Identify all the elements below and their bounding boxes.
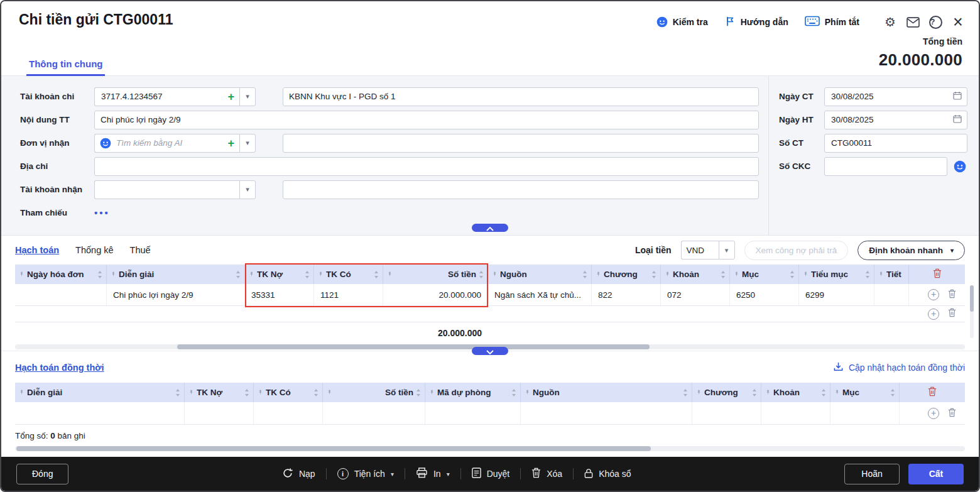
cell-amount[interactable] xyxy=(323,402,425,424)
guide-button[interactable]: Hướng dẫn xyxy=(724,16,788,29)
lock-button[interactable]: Khóa sổ xyxy=(584,468,631,480)
col-source[interactable]: Nguồn xyxy=(521,383,692,402)
calendar-icon[interactable] xyxy=(953,114,962,126)
feedback-mail-icon[interactable] xyxy=(905,14,921,30)
cell-detail[interactable] xyxy=(874,284,909,305)
cell-item[interactable] xyxy=(761,402,830,424)
horizontal-scrollbar[interactable] xyxy=(15,446,965,451)
pin-icon[interactable] xyxy=(429,389,435,396)
view-debt-button[interactable]: Xem công nợ phải trả xyxy=(744,241,849,260)
sort-icon[interactable] xyxy=(752,389,757,396)
settings-gear-icon[interactable]: ⚙ xyxy=(882,14,898,30)
delete-row-icon[interactable] xyxy=(948,408,956,419)
pin-icon[interactable] xyxy=(111,271,116,278)
table-row-empty[interactable]: + xyxy=(15,402,965,425)
add-row-icon[interactable]: + xyxy=(928,289,939,300)
table-row-new[interactable]: + xyxy=(15,306,965,322)
delete-row-icon[interactable] xyxy=(948,289,956,300)
sort-icon[interactable] xyxy=(479,271,484,278)
cell-amount[interactable]: 20.000.000 xyxy=(383,284,488,305)
col-invoice-date[interactable]: Ngày hóa đơn xyxy=(15,265,107,284)
sort-icon[interactable] xyxy=(721,271,726,278)
col-description[interactable]: Diễn giải xyxy=(107,265,245,284)
col-credit-account[interactable]: TK Có xyxy=(314,265,383,284)
receiver-unit-name-input[interactable] xyxy=(283,134,759,153)
receiver-unit-input[interactable] xyxy=(115,134,224,152)
voucher-number-input[interactable] xyxy=(830,134,962,152)
simultaneous-title-link[interactable]: Hạch toán đồng thời xyxy=(15,363,104,373)
col-item[interactable]: Khoản xyxy=(661,265,730,284)
update-simultaneous-link[interactable]: Cập nhật hạch toán đồng thời xyxy=(834,362,965,373)
help-icon[interactable]: ? xyxy=(927,14,944,30)
cell-source[interactable]: Ngân sách Xã tự chủ... xyxy=(488,284,592,305)
sort-icon[interactable] xyxy=(582,271,587,278)
pin-icon[interactable] xyxy=(803,271,808,278)
account-pay-input[interactable] xyxy=(100,88,224,106)
tab-hach-toan[interactable]: Hạch toán xyxy=(15,245,59,255)
delete-column-icon[interactable] xyxy=(928,386,937,398)
cell-item[interactable]: 072 xyxy=(661,284,730,305)
pin-icon[interactable] xyxy=(188,389,194,396)
pin-icon[interactable] xyxy=(327,389,332,396)
sort-icon[interactable] xyxy=(236,271,241,278)
pin-icon[interactable] xyxy=(249,271,254,278)
sort-icon[interactable] xyxy=(313,389,318,396)
ckc-number-input[interactable] xyxy=(830,158,942,175)
pin-icon[interactable] xyxy=(19,389,24,396)
cell-debit-account[interactable] xyxy=(185,402,254,424)
address-input[interactable] xyxy=(94,157,759,176)
pin-icon[interactable] xyxy=(696,389,702,396)
cell-credit-account[interactable]: 1121 xyxy=(314,284,383,305)
sort-icon[interactable] xyxy=(416,389,421,396)
cell-credit-account[interactable] xyxy=(254,402,323,424)
col-chapter[interactable]: Chương xyxy=(692,383,761,402)
delete-column-icon[interactable] xyxy=(933,268,942,280)
col-chapter[interactable]: Chương xyxy=(592,265,661,284)
table-row[interactable]: Chi phúc lợi ngày 2/9 35331 1121 20.000.… xyxy=(15,284,965,306)
cell-sub-section[interactable]: 6299 xyxy=(799,284,874,305)
pin-icon[interactable] xyxy=(258,389,263,396)
scrollbar-thumb[interactable] xyxy=(177,344,650,349)
cell-source[interactable] xyxy=(521,402,692,424)
pin-icon[interactable] xyxy=(318,271,324,278)
reload-button[interactable]: Nạp xyxy=(282,467,315,481)
scrollbar-thumb[interactable] xyxy=(970,285,974,312)
account-pay-dropdown-icon[interactable]: ▾ xyxy=(239,87,256,106)
vertical-scrollbar[interactable] xyxy=(970,285,974,338)
scrollbar-thumb[interactable] xyxy=(16,446,651,451)
col-sub-section[interactable]: Tiểu mục xyxy=(799,265,874,284)
cell-chapter[interactable] xyxy=(692,402,761,424)
shortcut-button[interactable]: Phím tắt xyxy=(805,16,859,28)
quick-entry-button[interactable]: Định khoản nhanh ▾ xyxy=(858,241,965,260)
receiver-account-dropdown-icon[interactable]: ▾ xyxy=(239,180,256,199)
currency-select[interactable]: VND ▾ xyxy=(681,241,735,260)
calendar-icon[interactable] xyxy=(953,91,962,102)
col-detail[interactable]: Tiết xyxy=(874,265,909,284)
cell-section[interactable]: 6250 xyxy=(730,284,799,305)
pin-icon[interactable] xyxy=(765,389,771,396)
collapse-form-button[interactable] xyxy=(472,224,508,232)
cell-description[interactable] xyxy=(15,402,185,424)
sort-icon[interactable] xyxy=(511,389,516,396)
cell-debit-account[interactable]: 35331 xyxy=(245,284,314,305)
pin-icon[interactable] xyxy=(834,389,840,396)
pin-icon[interactable] xyxy=(734,271,739,278)
posting-date-input[interactable] xyxy=(830,111,949,129)
check-button[interactable]: Kiểm tra xyxy=(656,16,708,28)
col-amount[interactable]: Số tiền xyxy=(383,265,488,284)
receiver-unit-dropdown-icon[interactable]: ▾ xyxy=(239,134,256,153)
col-section[interactable]: Mục xyxy=(730,265,799,284)
add-account-icon[interactable]: + xyxy=(227,91,234,102)
sort-icon[interactable] xyxy=(651,271,656,278)
pin-icon[interactable] xyxy=(596,271,601,278)
approve-button[interactable]: Duyệt xyxy=(472,467,510,480)
col-item[interactable]: Khoản xyxy=(761,383,830,402)
col-credit-account[interactable]: TK Có xyxy=(254,383,323,402)
pin-icon[interactable] xyxy=(19,271,24,278)
col-debit-account[interactable]: TK Nợ xyxy=(185,383,254,402)
payment-content-input[interactable] xyxy=(94,111,759,129)
ckc-lookup-icon[interactable] xyxy=(954,160,966,173)
col-provision-code[interactable]: Mã dự phòng xyxy=(425,383,521,402)
cell-section[interactable] xyxy=(830,402,900,424)
cell-provision-code[interactable] xyxy=(425,402,521,424)
